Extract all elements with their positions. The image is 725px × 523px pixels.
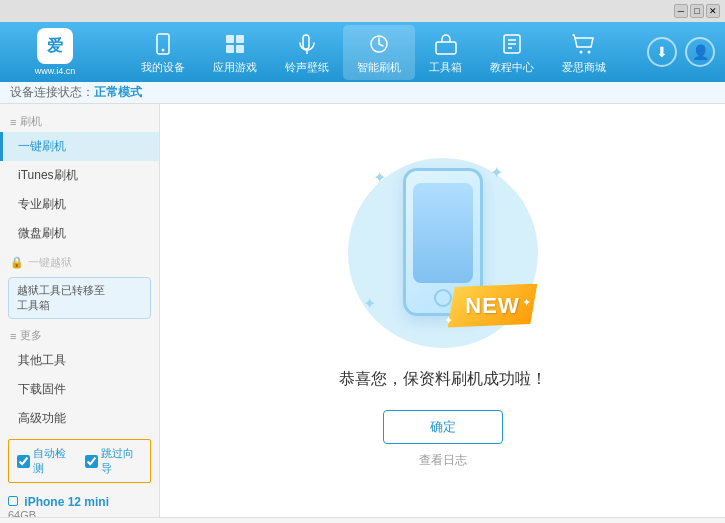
content-area: ✦ ✦ ✦ NEW ✦ ✦ 恭喜您，保资料刷机成功啦！ 确定 查看日志 bbox=[160, 104, 725, 517]
phone-screen bbox=[413, 183, 473, 283]
user-button[interactable]: 👤 bbox=[685, 37, 715, 67]
header-right: ⬇ 👤 bbox=[647, 37, 715, 67]
nav-item-flash[interactable]: 智能刷机 bbox=[343, 25, 415, 80]
header: 爱 www.i4.cn 我的设备 应用游戏 铃声壁纸 智能刷机 bbox=[0, 22, 725, 82]
status-label: 设备连接状态： bbox=[10, 84, 94, 101]
jailbreak-notice: 越狱工具已转移至 工具箱 bbox=[8, 277, 151, 319]
svg-rect-3 bbox=[236, 35, 244, 43]
minimize-button[interactable]: ─ bbox=[674, 4, 688, 18]
badge-star-2: ✦ bbox=[444, 314, 453, 327]
sidebar-item-pro-flash[interactable]: 专业刷机 bbox=[0, 190, 159, 219]
svg-rect-4 bbox=[226, 45, 234, 53]
success-message: 恭喜您，保资料刷机成功啦！ bbox=[339, 369, 547, 390]
lock-icon: 🔒 bbox=[10, 256, 24, 269]
skip-wizard-input[interactable] bbox=[85, 455, 98, 468]
tutorial-icon bbox=[498, 30, 526, 58]
svg-rect-2 bbox=[226, 35, 234, 43]
sidebar-section-more: ≡ 更多 其他工具 下载固件 高级功能 bbox=[0, 323, 159, 433]
auto-detect-checkbox[interactable]: 自动检测 bbox=[17, 446, 75, 476]
section-title-jailbreak: 🔒 一键越狱 bbox=[0, 250, 159, 273]
new-badge-text: NEW bbox=[465, 293, 519, 319]
svg-rect-9 bbox=[436, 42, 456, 54]
svg-point-14 bbox=[580, 50, 583, 53]
sidebar: ≡ 刷机 一键刷机 iTunes刷机 专业刷机 微盘刷机 🔒 一键越狱 越狱工具 bbox=[0, 104, 160, 517]
device-name: iPhone 12 mini bbox=[8, 495, 151, 509]
sparkle-2: ✦ bbox=[490, 163, 503, 182]
log-link[interactable]: 查看日志 bbox=[419, 452, 467, 469]
main-area: ≡ 刷机 一键刷机 iTunes刷机 专业刷机 微盘刷机 🔒 一键越狱 越狱工具 bbox=[0, 104, 725, 517]
section-icon-more: ≡ bbox=[10, 330, 16, 342]
logo-area: 爱 www.i4.cn bbox=[10, 28, 100, 76]
status-strip: 设备连接状态： 正常模式 bbox=[0, 82, 725, 104]
status-value: 正常模式 bbox=[94, 84, 142, 101]
status-bar: 阻止iTunes运行 V7.98.66 客服 微信公众号 检查更新 bbox=[0, 517, 725, 523]
toolbox-icon bbox=[432, 30, 460, 58]
sidebar-section-jailbreak: 🔒 一键越狱 越狱工具已转移至 工具箱 bbox=[0, 250, 159, 319]
ringtone-icon bbox=[293, 30, 321, 58]
sidebar-item-onekey-flash[interactable]: 一键刷机 bbox=[0, 132, 159, 161]
device-small-icon bbox=[8, 496, 18, 506]
skip-wizard-checkbox[interactable]: 跳过向导 bbox=[85, 446, 143, 476]
apps-icon bbox=[221, 30, 249, 58]
sidebar-item-advanced[interactable]: 高级功能 bbox=[0, 404, 159, 433]
maximize-button[interactable]: □ bbox=[690, 4, 704, 18]
success-illustration: ✦ ✦ ✦ NEW ✦ ✦ bbox=[343, 153, 543, 353]
svg-rect-5 bbox=[236, 45, 244, 53]
nav-item-store[interactable]: 爱思商城 bbox=[548, 25, 620, 80]
auto-detect-input[interactable] bbox=[17, 455, 30, 468]
download-button[interactable]: ⬇ bbox=[647, 37, 677, 67]
nav-item-apps[interactable]: 应用游戏 bbox=[199, 25, 271, 80]
nav-item-ringtones[interactable]: 铃声壁纸 bbox=[271, 25, 343, 80]
device-icon bbox=[149, 30, 177, 58]
section-title-more: ≡ 更多 bbox=[0, 323, 159, 346]
nav-items: 我的设备 应用游戏 铃声壁纸 智能刷机 工具箱 bbox=[100, 25, 647, 80]
section-label-flash: 刷机 bbox=[20, 114, 42, 129]
phone-home-button bbox=[434, 289, 452, 307]
flash-icon bbox=[365, 30, 393, 58]
checkbox-area: 自动检测 跳过向导 bbox=[8, 439, 151, 483]
sparkle-1: ✦ bbox=[373, 168, 386, 187]
close-button[interactable]: ✕ bbox=[706, 4, 720, 18]
sidebar-section-flash: ≡ 刷机 一键刷机 iTunes刷机 专业刷机 微盘刷机 bbox=[0, 109, 159, 248]
device-info: iPhone 12 mini 64GB Down-12mini-13,1 bbox=[0, 489, 159, 517]
sidebar-item-download-firmware[interactable]: 下载固件 bbox=[0, 375, 159, 404]
sidebar-item-micro-flash[interactable]: 微盘刷机 bbox=[0, 219, 159, 248]
sparkle-3: ✦ bbox=[363, 294, 376, 313]
nav-item-tutorials[interactable]: 教程中心 bbox=[476, 25, 548, 80]
store-icon bbox=[570, 30, 598, 58]
svg-point-1 bbox=[162, 48, 165, 51]
confirm-button[interactable]: 确定 bbox=[383, 410, 503, 444]
title-bar: ─ □ ✕ bbox=[0, 0, 725, 22]
logo-icon: 爱 bbox=[37, 28, 73, 64]
section-icon-flash: ≡ bbox=[10, 116, 16, 128]
svg-point-15 bbox=[588, 50, 591, 53]
device-storage: 64GB bbox=[8, 509, 151, 517]
sidebar-item-itunes-flash[interactable]: iTunes刷机 bbox=[0, 161, 159, 190]
badge-star-1: ✦ bbox=[522, 296, 531, 309]
logo-text: www.i4.cn bbox=[35, 66, 76, 76]
nav-item-tools[interactable]: 工具箱 bbox=[415, 25, 476, 80]
svg-rect-6 bbox=[303, 35, 309, 49]
section-title-flash: ≡ 刷机 bbox=[0, 109, 159, 132]
nav-item-my-device[interactable]: 我的设备 bbox=[127, 25, 199, 80]
sidebar-item-other-tools[interactable]: 其他工具 bbox=[0, 346, 159, 375]
